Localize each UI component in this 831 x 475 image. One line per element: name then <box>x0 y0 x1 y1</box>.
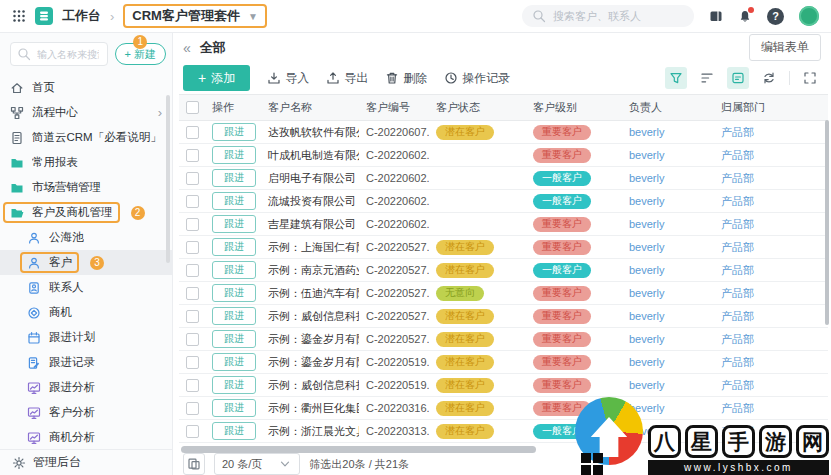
department-link[interactable]: 产品部 <box>721 217 754 232</box>
follow-up-button[interactable]: 跟进 <box>212 284 256 302</box>
owner-link[interactable]: beverly <box>629 126 664 138</box>
department-link[interactable]: 产品部 <box>721 355 754 370</box>
owner-link[interactable]: beverly <box>629 379 664 391</box>
row-checkbox[interactable] <box>186 126 199 139</box>
sidebar-item-13[interactable]: 客户分析 <box>0 400 172 425</box>
row-checkbox[interactable] <box>186 195 199 208</box>
export-button[interactable]: 导出 <box>326 70 368 87</box>
workspace-title[interactable]: 工作台 <box>62 7 101 25</box>
select-all-checkbox[interactable] <box>186 101 199 114</box>
sidebar-item-7[interactable]: 客户3 <box>0 250 172 275</box>
follow-up-button[interactable]: 跟进 <box>212 399 256 417</box>
sidebar-item-14[interactable]: 商机分析 <box>0 425 172 449</box>
avatar[interactable] <box>799 6 819 26</box>
follow-up-button[interactable]: 跟进 <box>212 238 256 256</box>
department-link[interactable]: 产品部 <box>721 263 754 278</box>
sidebar-item-3[interactable]: 常用报表 <box>0 150 172 175</box>
follow-up-button[interactable]: 跟进 <box>212 330 256 348</box>
row-checkbox[interactable] <box>186 172 199 185</box>
sidebar-scrollbar[interactable] <box>166 95 170 263</box>
department-link[interactable]: 产品部 <box>721 194 754 209</box>
department-link[interactable]: 产品部 <box>721 125 754 140</box>
follow-up-button[interactable]: 跟进 <box>212 146 256 164</box>
admin-backend-button[interactable]: 管理后台 <box>0 449 172 475</box>
department-link[interactable]: 产品部 <box>721 148 754 163</box>
row-checkbox[interactable] <box>186 379 199 392</box>
owner-link[interactable]: beverly <box>629 149 664 161</box>
notifications-icon[interactable] <box>738 9 752 23</box>
follow-up-button[interactable]: 跟进 <box>212 192 256 210</box>
department-link[interactable]: 产品部 <box>721 171 754 186</box>
sidebar-item-12[interactable]: 跟进分析 <box>0 375 172 400</box>
follow-up-button[interactable]: 跟进 <box>212 376 256 394</box>
vertical-scrollbar[interactable] <box>825 120 829 325</box>
collapse-sidebar-icon[interactable]: « <box>183 40 191 56</box>
sidebar-item-2[interactable]: 简道云CRM「必看说明」 <box>0 125 172 150</box>
chevron-down-icon[interactable]: ▼ <box>248 11 258 22</box>
department-link[interactable]: 产品部 <box>721 309 754 324</box>
row-checkbox[interactable] <box>186 241 199 254</box>
global-search-input[interactable] <box>551 9 684 23</box>
add-button[interactable]: + 添加 <box>183 65 250 91</box>
department-link[interactable]: 产品部 <box>721 240 754 255</box>
owner-link[interactable]: beverly <box>629 218 664 230</box>
owner-link[interactable]: beverly <box>629 333 664 345</box>
department-link[interactable]: 产品部 <box>721 286 754 301</box>
import-button[interactable]: 导入 <box>267 70 309 87</box>
global-search[interactable] <box>522 5 694 27</box>
row-checkbox[interactable] <box>186 425 199 438</box>
sidebar-item-10[interactable]: 跟进计划 <box>0 325 172 350</box>
owner-link[interactable]: beverly <box>629 264 664 276</box>
follow-up-button[interactable]: 跟进 <box>212 353 256 371</box>
sidebar-item-8[interactable]: 联系人 <box>0 275 172 300</box>
edit-form-button[interactable]: 编辑表单 <box>749 34 821 61</box>
row-checkbox[interactable] <box>186 402 199 415</box>
row-checkbox[interactable] <box>186 333 199 346</box>
department-link[interactable]: 产品部 <box>721 378 754 393</box>
row-checkbox[interactable] <box>186 356 199 369</box>
sidebar-item-5[interactable]: 客户及商机管理2 <box>0 200 172 225</box>
pagination-display-button[interactable] <box>183 453 205 475</box>
follow-up-button[interactable]: 跟进 <box>212 307 256 325</box>
new-app-button[interactable]: + 新建 1 <box>115 43 166 65</box>
follow-up-button[interactable]: 跟进 <box>212 261 256 279</box>
filter-button[interactable] <box>665 67 687 89</box>
sidebar-search[interactable] <box>10 42 108 66</box>
follow-up-button[interactable]: 跟进 <box>212 169 256 187</box>
sidebar-toggle-icon[interactable] <box>709 9 723 23</box>
form-view-button[interactable] <box>727 67 749 89</box>
help-icon[interactable]: ? <box>767 8 784 25</box>
sidebar-item-11[interactable]: 跟进记录 <box>0 350 172 375</box>
sidebar-item-0[interactable]: 首页 <box>0 75 172 100</box>
row-checkbox[interactable] <box>186 264 199 277</box>
row-checkbox[interactable] <box>186 149 199 162</box>
app-logo[interactable] <box>35 7 53 25</box>
department-link[interactable]: 产品部 <box>721 332 754 347</box>
sidebar-item-4[interactable]: 市场营销管理 <box>0 175 172 200</box>
owner-link[interactable]: beverly <box>629 195 664 207</box>
owner-link[interactable]: beverly <box>629 287 664 299</box>
owner-link[interactable]: beverly <box>629 356 664 368</box>
app-title[interactable]: CRM客户管理套件 ▼ <box>123 4 267 28</box>
sidebar-search-input[interactable] <box>35 48 101 61</box>
follow-up-button[interactable]: 跟进 <box>212 422 256 440</box>
owner-link[interactable]: beverly <box>629 241 664 253</box>
operation-log-button[interactable]: 操作记录 <box>444 70 510 87</box>
sidebar-item-6[interactable]: 公海池 <box>0 225 172 250</box>
owner-link[interactable]: beverly <box>629 310 664 322</box>
scrollbar-thumb[interactable] <box>181 446 536 453</box>
follow-up-button[interactable]: 跟进 <box>212 215 256 233</box>
sidebar-item-9[interactable]: 商机 <box>0 300 172 325</box>
row-checkbox[interactable] <box>186 218 199 231</box>
fullscreen-button[interactable] <box>799 67 821 89</box>
follow-up-button[interactable]: 跟进 <box>212 123 256 141</box>
owner-link[interactable]: beverly <box>629 172 664 184</box>
delete-button[interactable]: 删除 <box>385 70 427 87</box>
row-checkbox[interactable] <box>186 287 199 300</box>
refresh-button[interactable] <box>758 67 780 89</box>
page-size-select[interactable]: 20 条/页 <box>214 453 300 475</box>
app-launcher-icon[interactable] <box>12 9 26 23</box>
display-settings-button[interactable] <box>696 67 718 89</box>
tab-all[interactable]: 全部 <box>200 39 226 57</box>
sidebar-item-1[interactable]: 流程中心› <box>0 100 172 125</box>
